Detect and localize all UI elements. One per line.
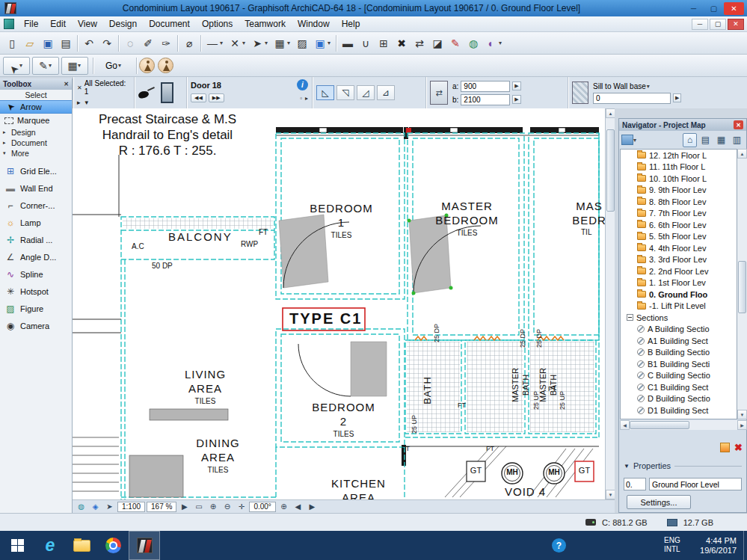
vertical-scrollbar[interactable]: ▲ ▼	[605, 108, 615, 499]
start-button[interactable]	[0, 531, 34, 560]
scroll-up-icon[interactable]: ▲	[737, 149, 747, 159]
section-item[interactable]: B Building Sectio	[621, 347, 737, 359]
toolbox-tool-row[interactable]: ∠ Angle D...	[0, 248, 72, 265]
walk-mode-icon[interactable]	[139, 58, 155, 73]
story-item[interactable]: 3. 3rd Floor Lev	[621, 254, 737, 266]
anchor-option-1[interactable]: ◺	[316, 85, 334, 100]
find-select-icon[interactable]: ◌	[121, 34, 139, 52]
taskbar-item-chrome[interactable]	[97, 531, 129, 560]
zoom-spinner-icon[interactable]: ▶	[178, 501, 191, 512]
save-icon[interactable]: ▣	[39, 34, 57, 52]
options-caret-icon[interactable]: ▾	[85, 99, 89, 106]
transform-icon[interactable]: ⇄	[411, 34, 428, 52]
doc-minimize-button[interactable]: ─	[692, 19, 708, 30]
gravity-icon[interactable]: ∪	[357, 34, 375, 52]
section-item[interactable]: D1 Building Sect	[621, 404, 737, 416]
collapse-box-icon[interactable]	[627, 314, 633, 321]
navigator-horizontal-scrollbar[interactable]: ◀ ▶	[620, 420, 747, 430]
menu-item[interactable]: Document	[143, 17, 196, 31]
scroll-left-icon[interactable]: ◀	[292, 501, 304, 512]
door-height-field[interactable]	[461, 94, 510, 105]
pen-tool-button[interactable]: ✎ ▾	[32, 57, 59, 75]
next-element-button[interactable]: ▶▶	[209, 93, 224, 102]
scale-value[interactable]: 1:100	[117, 502, 145, 512]
story-item[interactable]: 1. 1st Floor Lev	[621, 277, 737, 289]
section-item[interactable]: C1 Building Sect	[621, 381, 737, 393]
annotate-icon[interactable]: ✎	[446, 34, 464, 52]
scroll-right-icon[interactable]: ▶	[306, 501, 319, 512]
story-item[interactable]: 2. 2nd Floor Lev	[621, 265, 737, 277]
changes-icon[interactable]	[720, 443, 730, 452]
scrollbar-thumb[interactable]	[738, 261, 746, 313]
pan-icon[interactable]: ✛	[235, 501, 248, 512]
zoom-value[interactable]: 167 %	[147, 502, 176, 512]
toolbox-tool-row[interactable]: ⊞ Grid Ele...	[0, 162, 72, 179]
door-settings-icon[interactable]	[161, 82, 173, 103]
measure-icon[interactable]: ⌀	[180, 34, 198, 52]
toolbox-tool-row[interactable]: ☼ Lamp	[0, 214, 72, 231]
snap-grid-icon[interactable]: ⊞	[375, 34, 393, 52]
story-number-field[interactable]	[624, 478, 646, 490]
redo-icon[interactable]: ↷	[98, 34, 116, 52]
navigator-close-icon[interactable]: ✕	[734, 120, 743, 129]
taskbar-item-archicad[interactable]	[129, 531, 160, 560]
door-width-field[interactable]	[461, 81, 510, 92]
toolbox-tool-row[interactable]: ✳ Hotspot	[0, 283, 72, 300]
scrollbar-thumb[interactable]	[606, 129, 615, 212]
doc-restore-button[interactable]: ▢	[710, 19, 726, 30]
marquee-tool-row[interactable]: Marquee	[0, 114, 72, 127]
story-item[interactable]: 9. 9th Floor Lev	[621, 185, 737, 197]
scroll-down-icon[interactable]: ▼	[606, 490, 615, 499]
zoom-plus-icon[interactable]: ⊕	[277, 501, 290, 512]
toolbox-tool-row[interactable]: ∿ Spline	[0, 265, 72, 283]
zoom-out-icon[interactable]: ⊖	[221, 501, 233, 512]
section-item[interactable]: A Building Sectio	[621, 324, 737, 336]
sill-mode-label[interactable]: Sill to Wall base	[593, 82, 646, 90]
line-type-dropdown[interactable]: — ▾	[203, 34, 226, 52]
width-spinner-icon[interactable]: ▶	[512, 81, 520, 90]
story-item[interactable]: 7. 7th Floor Lev	[621, 208, 737, 220]
dropdown-caret-icon[interactable]: ▾	[647, 83, 653, 90]
wall-tool-button[interactable]: ▦ ▾	[61, 57, 88, 75]
close-infobox-icon[interactable]: ✕	[77, 84, 82, 91]
toolbox-close-icon[interactable]: ✕	[64, 81, 69, 87]
anchor-option-3[interactable]: ◿	[357, 85, 375, 100]
marker-dropdown[interactable]: ✕ ▾	[226, 34, 248, 52]
floor-plan-viewport[interactable]: Precast Staircase & M.S Handrail to Eng'…	[73, 108, 615, 499]
story-item[interactable]: 4. 4th Floor Lev	[621, 242, 737, 254]
help-button[interactable]: ?	[552, 538, 566, 553]
scroll-down-icon[interactable]: ▼	[737, 410, 747, 419]
sill-value-field[interactable]	[593, 93, 671, 104]
expand-caret-icon[interactable]: ▸	[77, 99, 81, 106]
height-spinner-icon[interactable]: ▶	[512, 95, 520, 104]
section-item[interactable]: B1 Building Secti	[621, 358, 737, 370]
zoom-in-icon[interactable]: ⊕	[206, 501, 219, 512]
info-icon[interactable]: i	[297, 79, 308, 90]
arrow-style-dropdown[interactable]: ➤ ▾	[248, 34, 271, 52]
document-group-row[interactable]: ▸ Document	[0, 138, 72, 148]
language-indicator[interactable]: ENG INTL	[664, 536, 680, 554]
show-desktop-button[interactable]	[743, 531, 747, 560]
menu-item[interactable]: View	[72, 17, 103, 31]
taskbar-clock[interactable]: 4:44 PM 19/6/2017	[700, 536, 737, 556]
section-item[interactable]: A1 Building Sect	[621, 335, 737, 347]
go-menu-button[interactable]: Go ▾	[100, 58, 129, 74]
design-group-row[interactable]: ▸ Design	[0, 127, 72, 138]
maximize-button[interactable]: ▢	[704, 2, 724, 15]
story-item[interactable]: 10. 10th Floor L	[621, 173, 737, 185]
delete-icon[interactable]: ✖	[393, 34, 411, 52]
open-icon[interactable]: ▱	[21, 34, 39, 52]
story-item[interactable]: 8. 8th Floor Lev	[621, 196, 737, 208]
scroll-right-icon[interactable]: ▶	[737, 420, 747, 430]
inject-parameters-icon[interactable]: ✑	[157, 34, 175, 52]
layout-book-icon[interactable]: ▦	[714, 133, 728, 147]
explore-mode-icon[interactable]	[158, 58, 173, 73]
scroll-left-icon[interactable]: ◀	[620, 420, 630, 430]
anchor-option-2[interactable]: ◹	[336, 85, 354, 100]
arrow-tool-row[interactable]: ➤ Arrow	[0, 100, 72, 114]
taskbar-item-internet-explorer[interactable]: e	[34, 531, 66, 560]
story-item[interactable]: -1. Lift Pit Level	[621, 301, 737, 313]
anchor-option-4[interactable]: ⊿	[377, 85, 395, 100]
menu-item[interactable]: Window	[292, 17, 336, 31]
menu-item[interactable]: Help	[336, 17, 366, 31]
